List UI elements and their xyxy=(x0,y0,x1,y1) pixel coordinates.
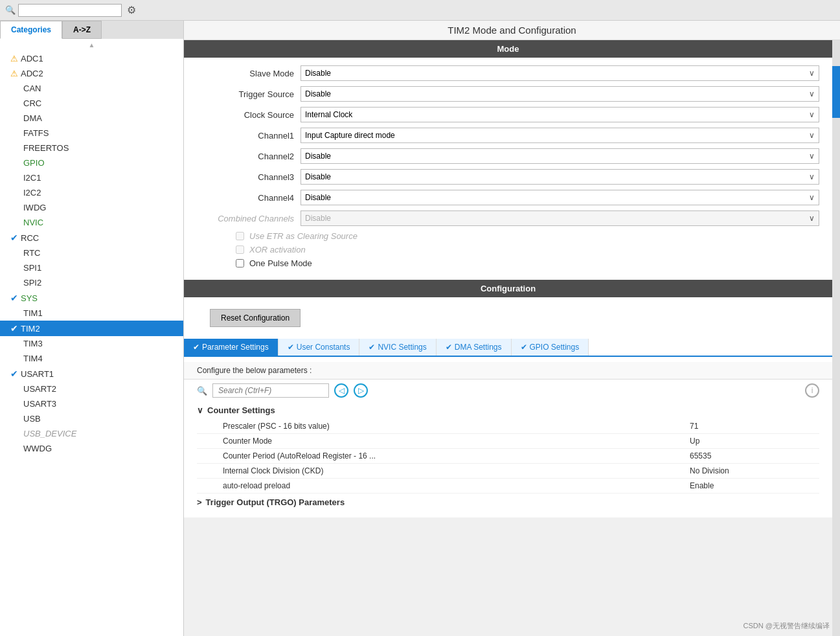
sidebar-item-usart3[interactable]: USART3 xyxy=(0,396,183,411)
sidebar-item-label: CAN xyxy=(23,84,41,93)
scrollbar-thumb[interactable] xyxy=(832,66,840,118)
form-select-slave-mode[interactable]: Disable∨ xyxy=(301,65,819,81)
param-search-input[interactable] xyxy=(212,383,329,398)
select-value: Disable xyxy=(305,172,331,181)
sidebar-item-fatfs[interactable]: FATFS xyxy=(0,126,183,141)
sidebar-item-adc2[interactable]: ⚠ADC2 xyxy=(0,66,183,81)
sidebar-item-wwdg[interactable]: WWDG xyxy=(0,441,183,456)
chevron-down-icon: ∨ xyxy=(809,131,815,140)
sidebar-item-label: IWDG xyxy=(23,203,46,212)
scroll-area[interactable]: Mode Slave ModeDisable∨Trigger SourceDis… xyxy=(184,40,840,636)
tab-check-icon: ✔ xyxy=(369,343,375,352)
sidebar-item-label: TIM4 xyxy=(23,354,43,363)
form-label-trigger-source: Trigger Source xyxy=(197,89,301,99)
gear-icon[interactable]: ⚙ xyxy=(127,4,136,16)
sidebar-item-spi1[interactable]: SPI1 xyxy=(0,260,183,275)
sidebar-item-tim3[interactable]: TIM3 xyxy=(0,336,183,351)
param-group-header-counter-settings[interactable]: ∨Counter Settings xyxy=(197,402,819,419)
param-name: Counter Mode xyxy=(223,437,690,446)
param-value: Up xyxy=(690,437,819,446)
sidebar-item-label: CRC xyxy=(23,98,41,108)
sidebar-list: ⚠ADC1⚠ADC2CANCRCDMAFATFSFREERTOSGPIOI2C1… xyxy=(0,51,183,636)
search-input[interactable] xyxy=(18,4,122,17)
sidebar-item-usb_device[interactable]: USB_DEVICE xyxy=(0,426,183,441)
sidebar-item-label: RTC xyxy=(23,248,40,258)
sidebar-item-tim2[interactable]: ✔TIM2 xyxy=(0,321,183,336)
param-groups: ∨Counter SettingsPrescaler (PSC - 16 bit… xyxy=(184,402,832,511)
config-tab-dma-settings[interactable]: ✔DMA Settings xyxy=(437,339,512,356)
main-layout: Categories A->Z ▲ ⚠ADC1⚠ADC2CANCRCDMAFAT… xyxy=(0,21,840,636)
sidebar-item-label: SPI2 xyxy=(23,278,41,288)
form-label-channel2: Channel2 xyxy=(197,152,301,161)
config-tabs: ✔Parameter Settings✔User Constants✔NVIC … xyxy=(184,339,832,357)
param-row: auto-reload preloadEnable xyxy=(197,479,819,494)
tab-categories[interactable]: Categories xyxy=(0,21,62,39)
form-select-clock-source[interactable]: Internal Clock∨ xyxy=(301,107,819,122)
sidebar-item-label: I2C1 xyxy=(23,173,41,183)
config-tab-gpio-settings[interactable]: ✔GPIO Settings xyxy=(512,339,589,356)
param-group-label: Counter Settings xyxy=(207,405,275,415)
sidebar-item-nvic[interactable]: NVIC xyxy=(0,215,183,230)
sidebar-item-adc1[interactable]: ⚠ADC1 xyxy=(0,51,183,66)
chevron-down-icon: ∨ xyxy=(809,69,815,78)
info-button[interactable]: i xyxy=(805,383,819,398)
select-value: Disable xyxy=(305,89,331,98)
form-select-combined-channels[interactable]: Disable∨ xyxy=(301,210,819,226)
sidebar-item-iwdg[interactable]: IWDG xyxy=(0,200,183,215)
param-name: Counter Period (AutoReload Register - 16… xyxy=(223,451,690,460)
sidebar-item-usb[interactable]: USB xyxy=(0,411,183,426)
sidebar-item-label: TIM1 xyxy=(23,308,43,318)
sidebar-item-sys[interactable]: ✔SYS xyxy=(0,290,183,306)
form-select-channel3[interactable]: Disable∨ xyxy=(301,169,819,185)
param-name: auto-reload preload xyxy=(223,481,690,490)
prev-nav-button[interactable]: ◁ xyxy=(334,383,348,398)
sidebar-item-tim1[interactable]: TIM1 xyxy=(0,306,183,321)
param-value: 71 xyxy=(690,422,819,431)
tab-atoz[interactable]: A->Z xyxy=(62,21,102,39)
config-tab-parameter-settings[interactable]: ✔Parameter Settings xyxy=(184,339,278,356)
config-tab-label: NVIC Settings xyxy=(378,343,426,352)
sidebar-item-freertos[interactable]: FREERTOS xyxy=(0,141,183,155)
sidebar-item-gpio[interactable]: GPIO xyxy=(0,155,183,170)
sidebar-item-label: WWDG xyxy=(23,444,52,453)
checkbox-one-pulse[interactable] xyxy=(236,259,244,267)
form-select-channel2[interactable]: Disable∨ xyxy=(301,148,819,164)
sidebar-item-i2c1[interactable]: I2C1 xyxy=(0,170,183,185)
sidebar-item-label: TIM2 xyxy=(21,324,40,334)
config-tab-nvic-settings[interactable]: ✔NVIC Settings xyxy=(359,339,436,356)
reset-config-button[interactable]: Reset Configuration xyxy=(210,309,301,327)
tab-check-icon: ✔ xyxy=(193,343,199,352)
collapse-icon: ∨ xyxy=(197,405,203,415)
sidebar-item-label: FREERTOS xyxy=(23,143,69,153)
form-select-channel1[interactable]: Input Capture direct mode∨ xyxy=(301,128,819,143)
scrollbar-track[interactable] xyxy=(832,40,840,636)
sidebar-item-spi2[interactable]: SPI2 xyxy=(0,275,183,290)
search-icon: 🔍 xyxy=(5,5,16,15)
form-label-channel4: Channel4 xyxy=(197,193,301,203)
sidebar-item-usart1[interactable]: ✔USART1 xyxy=(0,366,183,381)
config-tab-user-constants[interactable]: ✔User Constants xyxy=(278,339,360,356)
form-select-channel4[interactable]: Disable∨ xyxy=(301,190,819,205)
config-tab-label: GPIO Settings xyxy=(530,343,580,352)
config-section: Reset Configuration ✔Parameter Settings✔… xyxy=(184,297,832,517)
next-nav-button[interactable]: ▷ xyxy=(354,383,368,398)
sidebar-item-usart2[interactable]: USART2 xyxy=(0,381,183,396)
sidebar-item-crc[interactable]: CRC xyxy=(0,96,183,111)
sidebar-item-rtc[interactable]: RTC xyxy=(0,245,183,260)
param-value: 65535 xyxy=(690,451,819,460)
form-select-trigger-source[interactable]: Disable∨ xyxy=(301,86,819,102)
param-group-header-trigger-output[interactable]: >Trigger Output (TRGO) Parameters xyxy=(197,494,819,511)
sidebar-item-dma[interactable]: DMA xyxy=(0,111,183,126)
sidebar-item-i2c2[interactable]: I2C2 xyxy=(0,185,183,200)
chevron-down-icon: ∨ xyxy=(809,89,815,98)
select-value: Disable xyxy=(305,69,331,78)
checkbox-row-use-etr: Use ETR as Clearing Source xyxy=(197,231,819,241)
sidebar-item-can[interactable]: CAN xyxy=(0,81,183,96)
chevron-down-icon: ∨ xyxy=(809,110,815,119)
page-title: TIM2 Mode and Configuration xyxy=(184,21,840,40)
sidebar-item-rcc[interactable]: ✔RCC xyxy=(0,230,183,245)
sidebar-item-label: RCC xyxy=(21,233,39,243)
select-value: Disable xyxy=(305,214,331,223)
checkbox-label-use-etr: Use ETR as Clearing Source xyxy=(249,231,358,241)
sidebar-item-tim4[interactable]: TIM4 xyxy=(0,351,183,366)
